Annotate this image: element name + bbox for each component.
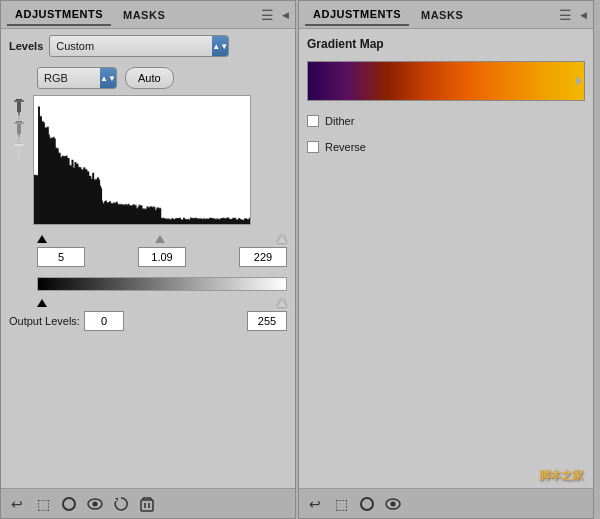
histogram-area: [1, 95, 295, 227]
gray-input-slider[interactable]: [155, 235, 165, 243]
left-panel: ADJUSTMENTS MASKS ☰ ◀ Levels Custom ▲▼ R…: [0, 0, 296, 519]
toolbar-back-left[interactable]: ↩: [5, 492, 29, 516]
watermark: 脚本之家: [539, 468, 583, 483]
svg-rect-5: [17, 124, 21, 134]
svg-rect-3: [14, 100, 24, 102]
tab-adjustments-right[interactable]: ADJUSTMENTS: [305, 4, 409, 26]
preset-select[interactable]: Custom ▲▼: [49, 35, 229, 57]
svg-rect-7: [14, 122, 24, 124]
white-input-slider[interactable]: [277, 235, 287, 243]
right-panel-toolbar: ↩ ⬚: [299, 488, 593, 518]
auto-button[interactable]: Auto: [125, 67, 174, 89]
gradient-preview[interactable]: [307, 61, 585, 101]
gradient-map-section: Gradient Map Dither Reverse: [299, 29, 593, 173]
output-slider-row: [37, 293, 287, 307]
white-point-eyedropper[interactable]: [9, 143, 29, 163]
svg-marker-6: [18, 134, 20, 141]
toolbar-eye-left[interactable]: [83, 492, 107, 516]
white-input[interactable]: [239, 247, 287, 267]
channel-select[interactable]: RGB ▲▼: [37, 67, 117, 89]
output-min-input[interactable]: [84, 311, 124, 331]
gray-point-eyedropper[interactable]: [9, 121, 29, 141]
tab-masks-left[interactable]: MASKS: [115, 5, 173, 25]
svg-rect-1: [17, 102, 21, 112]
toolbar-circle-left[interactable]: [57, 492, 81, 516]
panel-menu-icon-left[interactable]: ☰: [261, 7, 274, 23]
tab-adjustments-left[interactable]: ADJUSTMENTS: [7, 4, 111, 26]
output-max-input[interactable]: [247, 311, 287, 331]
black-input[interactable]: [37, 247, 85, 267]
toolbar-back-right[interactable]: ↩: [303, 492, 327, 516]
svg-rect-16: [141, 500, 153, 511]
gamma-input[interactable]: [138, 247, 186, 267]
levels-label: Levels: [9, 40, 43, 52]
channel-value: RGB: [44, 72, 68, 84]
svg-point-14: [93, 501, 98, 506]
toolbar-rotate-left[interactable]: [109, 492, 133, 516]
svg-point-12: [63, 498, 75, 510]
svg-marker-2: [18, 112, 20, 119]
gradient-map-title: Gradient Map: [307, 37, 585, 51]
svg-rect-9: [17, 146, 21, 156]
output-black-slider[interactable]: [37, 299, 47, 307]
histogram-canvas: [33, 95, 251, 225]
output-levels-row: Output Levels:: [1, 307, 295, 335]
right-panel: ADJUSTMENTS MASKS ☰ ◀ Gradient Map Dithe…: [298, 0, 594, 519]
toolbar-select-left[interactable]: ⬚: [31, 492, 55, 516]
rgb-row: RGB ▲▼ Auto: [1, 67, 295, 95]
toolbar-trash-left[interactable]: [135, 492, 159, 516]
output-label: Output Levels:: [9, 315, 80, 327]
levels-row: Levels Custom ▲▼: [9, 35, 287, 57]
dither-label: Dither: [325, 115, 354, 127]
svg-marker-10: [18, 156, 20, 163]
reverse-label: Reverse: [325, 141, 366, 153]
preset-value: Custom: [56, 40, 94, 52]
left-panel-toolbar: ↩ ⬚: [1, 488, 295, 518]
toolbar-eye-right[interactable]: [381, 492, 405, 516]
toolbar-circle-right[interactable]: [355, 492, 379, 516]
collapse-arrow-right[interactable]: ◀: [580, 10, 587, 20]
svg-rect-11: [14, 144, 24, 146]
right-panel-header: ADJUSTMENTS MASKS ☰ ◀: [299, 1, 593, 29]
input-values-row: [1, 243, 295, 271]
eyedropper-tools: [9, 95, 29, 227]
preset-arrow: ▲▼: [212, 36, 228, 56]
black-input-slider[interactable]: [37, 235, 47, 243]
levels-section: Levels Custom ▲▼: [1, 29, 295, 67]
svg-marker-15: [115, 498, 118, 501]
tab-masks-right[interactable]: MASKS: [413, 5, 471, 25]
black-point-eyedropper[interactable]: [9, 99, 29, 119]
dither-checkbox[interactable]: [307, 115, 319, 127]
dither-row: Dither: [307, 113, 585, 129]
panel-menu-icon-right[interactable]: ☰: [559, 7, 572, 23]
reverse-row: Reverse: [307, 139, 585, 155]
channel-arrow: ▲▼: [100, 68, 116, 88]
collapse-arrow-left[interactable]: ◀: [282, 10, 289, 20]
gradient-preview-arrow: [576, 76, 582, 86]
toolbar-select-right[interactable]: ⬚: [329, 492, 353, 516]
svg-point-22: [361, 498, 373, 510]
reverse-checkbox[interactable]: [307, 141, 319, 153]
gradient-bar-row: [1, 271, 295, 291]
svg-point-24: [391, 501, 396, 506]
left-panel-header: ADJUSTMENTS MASKS ☰ ◀: [1, 1, 295, 29]
output-white-slider[interactable]: [277, 299, 287, 307]
gradient-bar: [37, 277, 287, 291]
input-slider-row: [37, 229, 287, 243]
